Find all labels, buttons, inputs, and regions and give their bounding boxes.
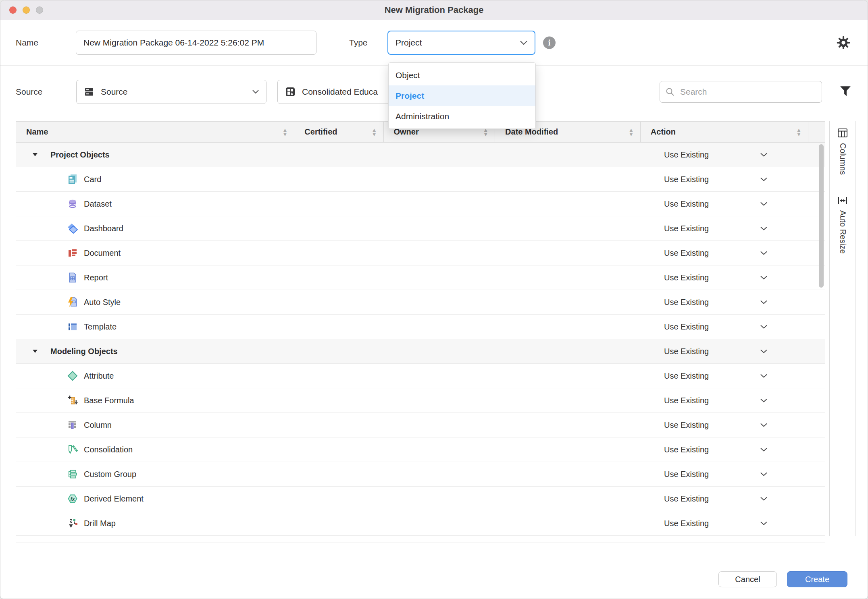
- chevron-down-icon: [760, 349, 767, 353]
- action-select[interactable]: Use Existing: [664, 470, 767, 479]
- table-row[interactable]: Dataset Use Existing: [16, 192, 825, 216]
- table-row[interactable]: Auto Style Use Existing: [16, 290, 825, 315]
- attribute-icon: [67, 370, 78, 381]
- menu-item-object[interactable]: Object: [389, 65, 535, 85]
- card-icon: [67, 174, 78, 185]
- dialog-title: New Migration Package: [385, 5, 484, 15]
- chevron-down-icon: [760, 153, 767, 157]
- drill-map-icon: [67, 518, 78, 529]
- name-input[interactable]: [76, 31, 316, 55]
- template-icon: [67, 321, 78, 332]
- base-formula-icon: [67, 395, 78, 406]
- column-header-action[interactable]: Action ▲▼: [641, 122, 808, 142]
- chevron-down-icon: [760, 423, 767, 427]
- columns-toggle[interactable]: Columns: [837, 128, 848, 175]
- action-select[interactable]: Use Existing: [664, 421, 767, 430]
- type-dropdown-menu: Object Project Administration: [388, 62, 536, 129]
- auto-resize-toggle-label: Auto Resize: [838, 210, 847, 254]
- table-row[interactable]: Modeling Objects Use Existing: [16, 339, 825, 364]
- table-row[interactable]: Dashboard Use Existing: [16, 216, 825, 241]
- action-select[interactable]: Use Existing: [664, 249, 767, 258]
- auto-style-icon: [67, 296, 78, 308]
- table-row[interactable]: Attribute Use Existing: [16, 364, 825, 388]
- environment-select[interactable]: Source: [76, 80, 266, 104]
- consolidation-icon: [67, 444, 78, 455]
- type-label: Type: [349, 38, 368, 48]
- vertical-scrollbar[interactable]: [819, 144, 824, 288]
- action-select[interactable]: Use Existing: [664, 199, 767, 209]
- chevron-down-icon: [760, 251, 767, 255]
- table-row[interactable]: Consolidation Use Existing: [16, 437, 825, 462]
- action-select[interactable]: Use Existing: [664, 396, 767, 405]
- report-icon: [67, 272, 78, 283]
- objects-table: Name ▲▼ Certified ▲▼ Owner ▲▼ Date Modif…: [16, 121, 825, 543]
- filter-icon[interactable]: [840, 86, 852, 98]
- sort-icon[interactable]: ▲▼: [796, 128, 801, 137]
- zoom-window-button[interactable]: [36, 6, 43, 14]
- action-select[interactable]: Use Existing: [664, 519, 767, 528]
- chevron-down-icon: [760, 472, 767, 476]
- table-row[interactable]: Project Objects Use Existing: [16, 143, 825, 167]
- settings-gear-icon[interactable]: [836, 35, 851, 50]
- action-select[interactable]: Use Existing: [664, 347, 767, 356]
- dataset-icon: [67, 198, 78, 209]
- new-migration-package-dialog: New Migration Package Name Type Project …: [0, 0, 868, 599]
- document-icon: [67, 247, 78, 259]
- sort-icon[interactable]: ▲▼: [629, 128, 634, 137]
- chevron-down-icon: [760, 521, 767, 525]
- project-icon: [285, 87, 296, 97]
- collapse-caret-icon[interactable]: [32, 349, 38, 354]
- chevron-down-icon: [760, 177, 767, 181]
- menu-item-administration[interactable]: Administration: [389, 106, 535, 126]
- columns-icon: [837, 128, 848, 138]
- table-row[interactable]: Column Use Existing: [16, 413, 825, 437]
- collapse-caret-icon[interactable]: [32, 152, 38, 157]
- chevron-down-icon: [760, 325, 767, 329]
- chevron-down-icon: [252, 90, 259, 94]
- type-select[interactable]: Project: [387, 31, 535, 55]
- source-label: Source: [16, 87, 43, 97]
- action-select[interactable]: Use Existing: [664, 150, 767, 160]
- table-row[interactable]: Card Use Existing: [16, 167, 825, 192]
- table-row[interactable]: Drill Map Use Existing: [16, 511, 825, 536]
- action-select[interactable]: Use Existing: [664, 224, 767, 233]
- table-row[interactable]: Template Use Existing: [16, 315, 825, 339]
- minimize-window-button[interactable]: [23, 6, 30, 14]
- sort-icon[interactable]: ▲▼: [372, 128, 377, 137]
- dashboard-icon: [67, 223, 78, 234]
- column-header-certified[interactable]: Certified ▲▼: [294, 122, 383, 142]
- create-button[interactable]: Create: [787, 571, 847, 587]
- partial-row: [16, 536, 825, 543]
- environment-select-value: Source: [101, 87, 128, 97]
- auto-resize-toggle[interactable]: Auto Resize: [837, 196, 848, 254]
- action-select[interactable]: Use Existing: [664, 494, 767, 504]
- action-select[interactable]: Use Existing: [664, 322, 767, 332]
- action-select[interactable]: Use Existing: [664, 445, 767, 454]
- table-side-toolbar: Columns Auto Resize: [829, 121, 856, 536]
- svg-text:fx: fx: [71, 496, 75, 502]
- close-window-button[interactable]: [9, 6, 17, 14]
- server-icon: [84, 87, 94, 97]
- menu-item-project[interactable]: Project: [389, 85, 535, 106]
- action-select[interactable]: Use Existing: [664, 273, 767, 282]
- table-row[interactable]: Document Use Existing: [16, 241, 825, 265]
- action-select[interactable]: Use Existing: [664, 175, 767, 184]
- search-input[interactable]: [679, 87, 816, 97]
- table-row[interactable]: Report Use Existing: [16, 265, 825, 290]
- table-row[interactable]: Base Formula Use Existing: [16, 388, 825, 413]
- table-row[interactable]: fx Derived Element Use Existing: [16, 487, 825, 511]
- table-row[interactable]: Custom Group Use Existing: [16, 462, 825, 487]
- column-icon: [67, 419, 78, 431]
- sort-icon[interactable]: ▲▼: [282, 128, 287, 137]
- project-select-value: Consolidated Educa: [302, 87, 378, 97]
- search-icon: [666, 87, 674, 96]
- chevron-down-icon: [760, 374, 767, 378]
- chevron-down-icon: [760, 448, 767, 452]
- action-select[interactable]: Use Existing: [664, 371, 767, 381]
- chevron-down-icon: [760, 202, 767, 206]
- chevron-down-icon: [760, 497, 767, 501]
- action-select[interactable]: Use Existing: [664, 298, 767, 307]
- info-icon[interactable]: i: [543, 37, 556, 49]
- cancel-button[interactable]: Cancel: [718, 571, 777, 587]
- column-header-name[interactable]: Name ▲▼: [16, 122, 294, 142]
